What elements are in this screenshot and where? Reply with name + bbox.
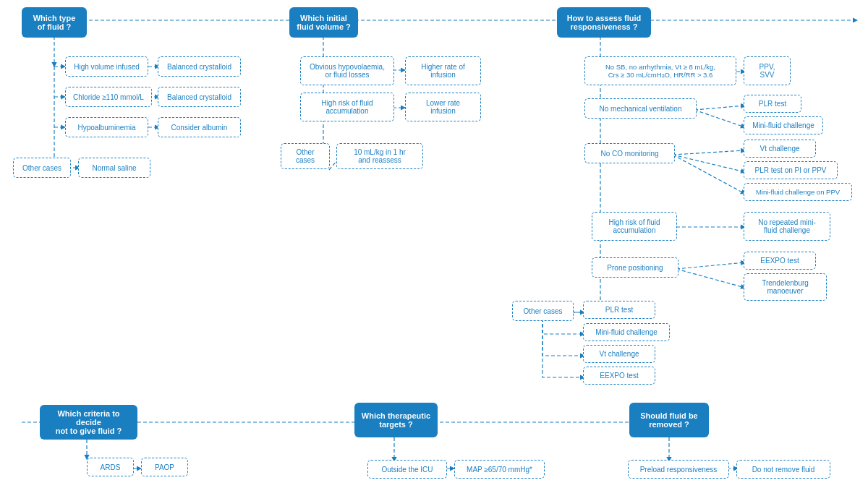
preload-resp-box: Preload responsiveness (628, 460, 729, 479)
which-type-box: Which type of fluid ? (22, 7, 87, 38)
no-co-box: No CO monitoring (584, 143, 675, 163)
vt-challenge2-box: Vt challenge (583, 345, 655, 363)
mini-fluid2-box: Mini-fluid challenge (583, 323, 670, 341)
which-therapeutic-box: Which therapeutic targets ? (354, 403, 438, 437)
prone-pos-box: Prone positioning (592, 257, 678, 278)
ppv-svv-box: PPV, SVV (744, 56, 791, 85)
consider-alb-box: Consider albumin (158, 117, 241, 137)
normal-saline-box: Normal saline (78, 158, 150, 178)
outside-icu-box: Outside the ICU (367, 460, 447, 479)
hypoalb-box: Hypoalbuminemia (65, 117, 148, 137)
plr-test1-box: PLR test (744, 95, 801, 113)
balanced1-box: Balanced crystalloid (158, 56, 241, 77)
plr-test2-box: PLR test (583, 301, 655, 319)
mini-fluid1-box: Mini-fluid challenge (744, 116, 823, 134)
eexpo2-box: EEXPO test (583, 367, 655, 385)
ten-ml-box: 10 mL/kg in 1 hr and reassess (336, 143, 423, 169)
higher-rate-box: Higher rate of infusion (405, 56, 481, 85)
ards-box: ARDS (87, 458, 134, 476)
high-risk-acc-box: High risk of fluid accumulation (300, 93, 394, 121)
svg-line-30 (673, 155, 745, 172)
paop-box: PAOP (141, 458, 188, 476)
other-cases2-box: Other cases (281, 143, 330, 169)
eexpo1-box: EEXPO test (744, 252, 816, 270)
svg-line-33 (676, 262, 745, 269)
plr-pi-ppv-box: PLR test on PI or PPV (744, 161, 838, 179)
svg-line-34 (676, 269, 745, 288)
obvious-hypo-box: Obvious hypovolaemia, or fluid losses (300, 56, 394, 85)
no-sb-box: No SB, no arrhythmia, Vt ≥ 8 mL/kg, Crs … (584, 56, 736, 85)
balanced2-box: Balanced crystalloid (158, 87, 241, 107)
do-not-remove-box: Do not remove fluid (736, 460, 830, 479)
svg-line-28 (694, 110, 745, 127)
chloride-box: Chloride ≥110 mmol/L (65, 87, 152, 107)
no-repeated-box: No repeated mini- fluid challenge (744, 212, 830, 241)
other-cases1-box: Other cases (13, 158, 71, 178)
should-fluid-box: Should fluid be removed ? (629, 403, 709, 437)
no-mech-vent-box: No mechanical ventilation (584, 98, 697, 119)
mini-fluid-ppv-box: Mini-fluid challenge on PPV (744, 183, 852, 201)
trendelenburg-box: Trendelenburg manoeuver (744, 273, 827, 301)
high-risk-acc2-box: High risk of fluid accumulation (592, 212, 677, 241)
lower-rate-box: Lower rate infusion (405, 93, 481, 121)
svg-line-31 (673, 155, 745, 194)
svg-line-29 (673, 150, 745, 155)
other-cases3-box: Other cases (512, 301, 574, 321)
map-65-box: MAP ≥65/70 mmHg* (454, 460, 545, 479)
vt-challenge1-box: Vt challenge (744, 140, 816, 158)
which-initial-box: Which initial fluid volume ? (289, 7, 358, 38)
high-vol-box: High volume infused (65, 56, 148, 77)
svg-line-27 (694, 106, 745, 110)
how-assess-box: How to assess fluid responsiveness ? (557, 7, 651, 38)
which-criteria-box: Which criteria to decide not to give flu… (40, 405, 137, 440)
